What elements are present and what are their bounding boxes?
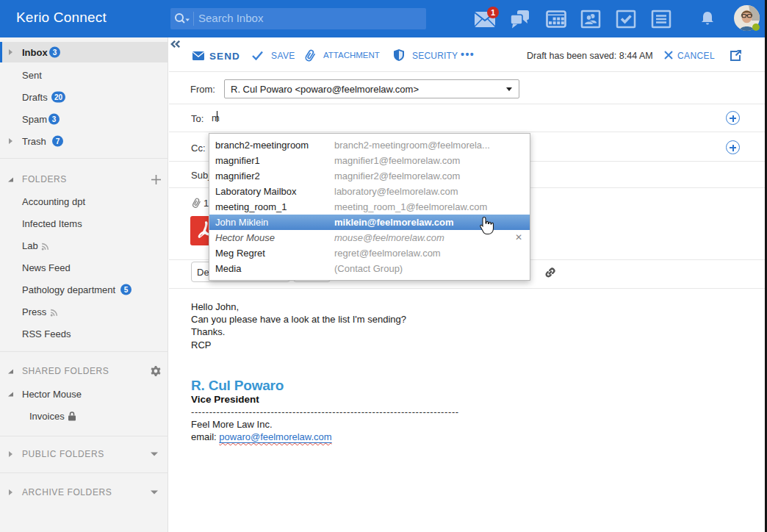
svg-text:1: 1 xyxy=(491,8,495,17)
